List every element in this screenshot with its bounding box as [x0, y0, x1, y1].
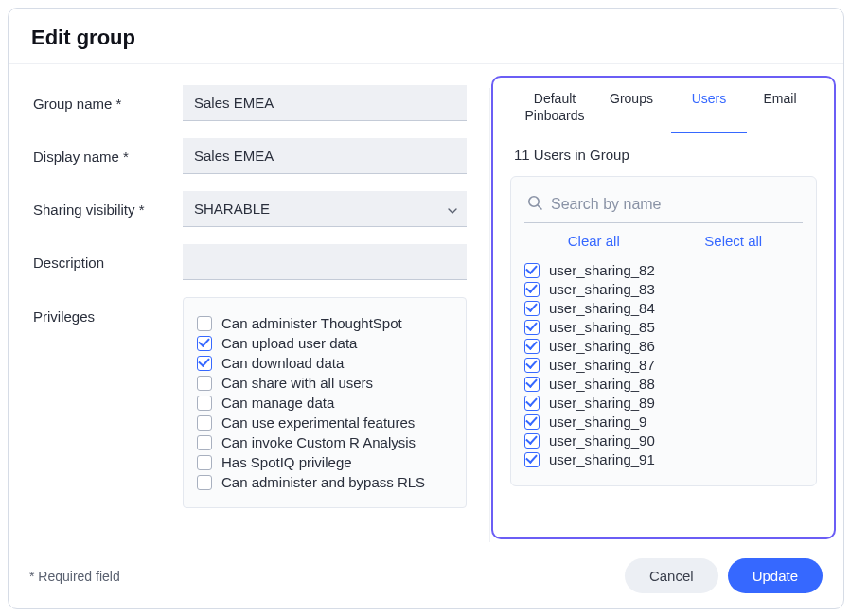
privilege-label: Can share with all users [221, 375, 373, 391]
user-checkbox[interactable] [524, 301, 540, 316]
privilege-checkbox[interactable] [197, 336, 212, 351]
required-field-note: * Required field [29, 569, 615, 584]
user-checkbox[interactable] [524, 377, 540, 392]
user-checkbox[interactable] [524, 339, 540, 354]
privilege-row[interactable]: Has SpotIQ privilege [197, 454, 452, 470]
privilege-label: Can download data [221, 355, 344, 371]
user-name: user_sharing_9 [549, 414, 646, 430]
svg-line-1 [538, 205, 541, 209]
user-row[interactable]: user_sharing_86 [524, 338, 803, 354]
user-row[interactable]: user_sharing_9 [524, 414, 803, 430]
user-row[interactable]: user_sharing_91 [524, 451, 803, 467]
privilege-checkbox[interactable] [197, 415, 212, 431]
privilege-row[interactable]: Can administer ThoughtSpot [197, 315, 452, 331]
privilege-checkbox[interactable] [197, 316, 212, 331]
user-row[interactable]: user_sharing_83 [524, 281, 803, 297]
description-input[interactable] [183, 244, 467, 280]
group-name-label: Group name * [33, 96, 183, 112]
user-checkbox[interactable] [524, 263, 540, 278]
user-row[interactable]: user_sharing_89 [524, 395, 803, 411]
description-label: Description [33, 255, 183, 271]
user-name: user_sharing_87 [549, 357, 655, 373]
privilege-label: Can use experimental features [221, 414, 415, 431]
tab-users[interactable]: Users [671, 91, 747, 133]
user-name: user_sharing_85 [549, 319, 655, 335]
group-name-input[interactable] [183, 85, 467, 121]
search-input[interactable] [551, 196, 801, 213]
display-name-label: Display name * [33, 149, 183, 165]
privilege-checkbox[interactable] [197, 475, 212, 490]
users-list: user_sharing_82user_sharing_83user_shari… [524, 259, 803, 470]
user-name: user_sharing_88 [549, 376, 655, 392]
privilege-row[interactable]: Can manage data [197, 395, 452, 411]
privilege-label: Can administer and bypass RLS [221, 474, 425, 490]
privilege-label: Has SpotIQ privilege [221, 454, 352, 470]
user-checkbox[interactable] [524, 282, 540, 297]
panel-tabs: Default PinboardsGroupsUsersEmail [493, 78, 834, 133]
dialog-header: Edit group [9, 9, 843, 64]
cancel-button[interactable]: Cancel [625, 558, 718, 593]
clear-all-link[interactable]: Clear all [524, 233, 664, 249]
user-checkbox[interactable] [524, 358, 540, 373]
sharing-visibility-label: Sharing visibility * [33, 202, 183, 218]
privilege-checkbox[interactable] [197, 455, 212, 470]
user-name: user_sharing_86 [549, 338, 655, 354]
user-checkbox[interactable] [524, 452, 540, 467]
privilege-row[interactable]: Can upload user data [197, 335, 452, 351]
privilege-row[interactable]: Can administer and bypass RLS [197, 474, 452, 490]
privilege-checkbox[interactable] [197, 356, 212, 371]
users-inner-panel: Clear all Select all user_sharing_82user… [510, 176, 817, 486]
user-name: user_sharing_90 [549, 432, 655, 449]
user-name: user_sharing_84 [549, 300, 655, 316]
privilege-row[interactable]: Can use experimental features [197, 414, 452, 431]
dialog-title: Edit group [31, 26, 821, 50]
tab-groups[interactable]: Groups [595, 91, 667, 133]
privilege-row[interactable]: Can download data [197, 355, 452, 371]
privilege-label: Can invoke Custom R Analysis [221, 434, 416, 450]
users-count-text: 11 Users in Group [493, 133, 834, 163]
user-checkbox[interactable] [524, 414, 540, 430]
form-column: Group name * Display name * Sharing visi… [9, 64, 491, 566]
user-name: user_sharing_82 [549, 262, 655, 278]
privilege-checkbox[interactable] [197, 435, 212, 450]
search-icon [526, 194, 543, 215]
privileges-box: Can administer ThoughtSpotCan upload use… [183, 297, 467, 508]
display-name-input[interactable] [183, 138, 467, 174]
tab-default-pinboards[interactable]: Default Pinboards [514, 91, 595, 133]
privilege-label: Can administer ThoughtSpot [221, 315, 402, 331]
user-row[interactable]: user_sharing_87 [524, 357, 803, 373]
user-row[interactable]: user_sharing_85 [524, 319, 803, 335]
select-all-link[interactable]: Select all [664, 233, 804, 249]
edit-group-dialog: Edit group Group name * Display name * S… [8, 8, 844, 609]
privilege-row[interactable]: Can share with all users [197, 375, 452, 391]
user-row[interactable]: user_sharing_84 [524, 300, 803, 316]
user-name: user_sharing_83 [549, 281, 655, 297]
sharing-visibility-select[interactable] [183, 191, 467, 227]
tab-email[interactable]: Email [747, 91, 813, 133]
vertical-divider [489, 88, 490, 542]
user-row[interactable]: user_sharing_88 [524, 376, 803, 392]
user-checkbox[interactable] [524, 320, 540, 335]
privilege-label: Can manage data [221, 395, 334, 411]
privilege-label: Can upload user data [221, 335, 357, 351]
user-name: user_sharing_91 [549, 451, 655, 467]
user-row[interactable]: user_sharing_90 [524, 432, 803, 449]
privilege-checkbox[interactable] [197, 396, 212, 411]
users-panel: Default PinboardsGroupsUsersEmail 11 Use… [491, 76, 836, 539]
dialog-footer: * Required field Cancel Update [9, 547, 843, 608]
user-row[interactable]: user_sharing_82 [524, 262, 803, 278]
user-checkbox[interactable] [524, 396, 540, 411]
privilege-row[interactable]: Can invoke Custom R Analysis [197, 434, 452, 450]
privileges-label: Privileges [33, 297, 183, 325]
search-row [524, 190, 803, 223]
privilege-checkbox[interactable] [197, 376, 212, 391]
update-button[interactable]: Update [728, 558, 823, 593]
user-checkbox[interactable] [524, 433, 540, 449]
user-name: user_sharing_89 [549, 395, 655, 411]
